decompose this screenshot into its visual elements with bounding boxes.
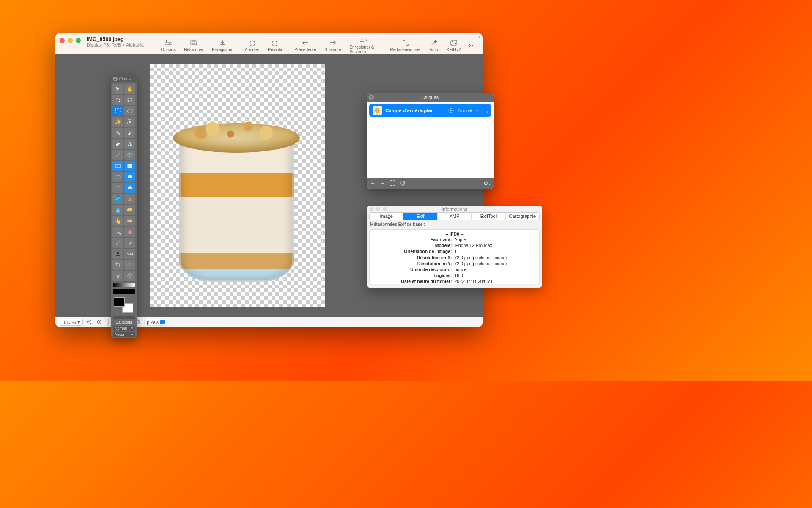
bucket-tool[interactable]: 🪣 [112,194,123,204]
filled-ellipse-tool[interactable] [124,183,135,193]
tab-exiftool[interactable]: ExifTool [472,213,505,220]
save-button[interactable]: Enregistrer [208,38,237,53]
elliptical-marquee-tool[interactable] [124,106,135,116]
xe8472-button[interactable]: Xe8472 [442,38,465,53]
silhouette-tool[interactable] [112,249,123,259]
close-window-button[interactable] [369,207,373,211]
svg-rect-50 [117,275,119,278]
smudge-tool[interactable]: 👆 [112,216,123,226]
dodge-tool[interactable] [112,227,123,237]
eye-icon[interactable] [447,108,454,113]
burn-tool[interactable] [124,227,135,237]
crop-tool[interactable] [112,260,123,270]
layer-blend-label[interactable]: Normal [458,108,472,113]
magic-wand-tool[interactable]: ✨ [112,117,123,127]
close-icon[interactable]: ✕ [369,95,374,100]
tab-image[interactable]: Image [370,213,403,220]
spiral-tool[interactable] [124,271,135,281]
tools-grid: ✋ ✨ ✎ 🖌 A 🪣 💧 👆 MM [111,82,137,282]
auto-button[interactable]: Auto [425,38,442,53]
pencil-tool[interactable]: ✎ [112,128,123,138]
line-tool[interactable] [112,150,123,160]
color-preview[interactable] [113,289,135,294]
text-tool[interactable]: A [124,139,135,149]
zoom-out-button[interactable] [86,319,93,326]
spray-tool[interactable] [112,271,123,281]
remove-layer-button[interactable]: － [380,179,385,187]
stamp-tool[interactable] [124,194,135,204]
tab-xmp[interactable]: XMP [438,213,472,220]
polygonal-lasso-tool[interactable] [112,95,123,105]
close-icon[interactable]: ✕ [113,77,118,81]
ifd0-header: -- IFD0 -- [372,231,537,236]
foreground-color-swatch[interactable] [114,297,125,307]
filled-rounded-rect-tool[interactable] [124,172,135,182]
brush-tool[interactable]: 🖌 [124,128,135,138]
sponge-tool[interactable] [124,205,135,215]
next-button[interactable]: Suivante [320,38,345,53]
previous-button[interactable]: Précédente [290,38,320,53]
move-tool[interactable] [112,84,123,94]
zoom-window-button[interactable] [76,38,81,43]
quick-selection-tool[interactable] [124,117,135,127]
svg-line-20 [101,323,103,325]
rectangle-shape-tool[interactable] [112,161,123,171]
rounded-rect-tool[interactable] [112,172,123,182]
svg-rect-43 [127,208,132,211]
save-next-icon [360,36,368,44]
blend-mode-select[interactable]: Normal▾ [113,326,135,331]
filled-rectangle-tool[interactable] [124,161,135,171]
heal-tool[interactable] [124,238,135,248]
chevron-down-icon: ▾ [77,319,80,325]
zoom-in-button[interactable] [96,319,103,326]
crosshair-tool[interactable] [124,150,135,160]
ellipse-tool[interactable] [112,183,123,193]
toolbar-customize-handle[interactable] [479,35,480,39]
tab-cartographie[interactable]: Cartographie [506,213,539,220]
layers-panel-header[interactable]: ✕ Calques [367,93,494,102]
resize-button[interactable]: Redimensionner [386,38,425,53]
zoom-tool[interactable] [124,260,135,270]
refresh-icon[interactable] [400,180,406,186]
sharpen-tool[interactable] [124,216,135,226]
eraser-tool[interactable] [112,139,123,149]
minimize-window-button[interactable] [68,38,73,43]
units-select[interactable]: pixels [144,319,167,326]
info-panel[interactable]: Informations Image Exif XMP ExifTool Car… [367,206,542,288]
add-layer-button[interactable]: ＋ [370,179,376,187]
save-next-button[interactable]: Enregistrer & Suivante [345,36,382,55]
chevron-down-icon[interactable]: ▾ [476,108,478,113]
toolbar-overflow-button[interactable]: ›› [465,40,477,51]
rectangular-marquee-tool[interactable] [112,106,123,116]
redo-button[interactable]: Rétablir [263,38,286,53]
layers-panel[interactable]: ✕ Calques Calque d'arrière-plan Normal ▾… [367,93,494,189]
lasso-tool[interactable] [124,95,135,105]
hand-tool[interactable]: ✋ [124,84,135,94]
svg-point-3 [166,40,167,41]
brush-size-slider[interactable] [113,316,135,319]
arrow-right-icon [329,39,337,47]
undo-button[interactable]: Annuler [241,38,263,53]
gradient-preview[interactable] [113,283,135,287]
pattern-select[interactable]: Aucun▾ [113,332,135,337]
minimize-window-button[interactable] [376,207,380,211]
close-window-button[interactable] [60,38,65,43]
eyedropper-tool[interactable] [112,238,123,248]
expand-icon[interactable] [483,108,488,113]
exif-body[interactable]: -- IFD0 -- Fabricant:Apple Modèle:iPhone… [369,229,540,284]
color-swatches [111,295,137,315]
measure-tool[interactable]: MM [124,249,135,259]
zoom-window-button[interactable] [383,207,387,211]
zoom-level-select[interactable]: 33.3% ▾ [60,319,83,326]
fullscreen-icon[interactable] [390,180,395,186]
tools-panel-header[interactable]: ✕ Outils [111,75,137,82]
gear-icon[interactable]: ⚙▾ [483,180,490,187]
options-button[interactable]: Options [157,38,180,53]
tools-panel[interactable]: ✕ Outils ✋ ✨ ✎ 🖌 A 🪣 💧 👆 MM [111,75,137,338]
layer-row-background[interactable]: Calque d'arrière-plan Normal ▾ [369,104,491,117]
document-subtitle: Display P3, RVB + Alpha/8... [87,42,146,47]
image-canvas[interactable] [150,64,325,307]
blur-tool[interactable]: 💧 [112,205,123,215]
tab-exif[interactable]: Exif [403,213,437,220]
retouch-button[interactable]: Retoucher [180,38,208,53]
